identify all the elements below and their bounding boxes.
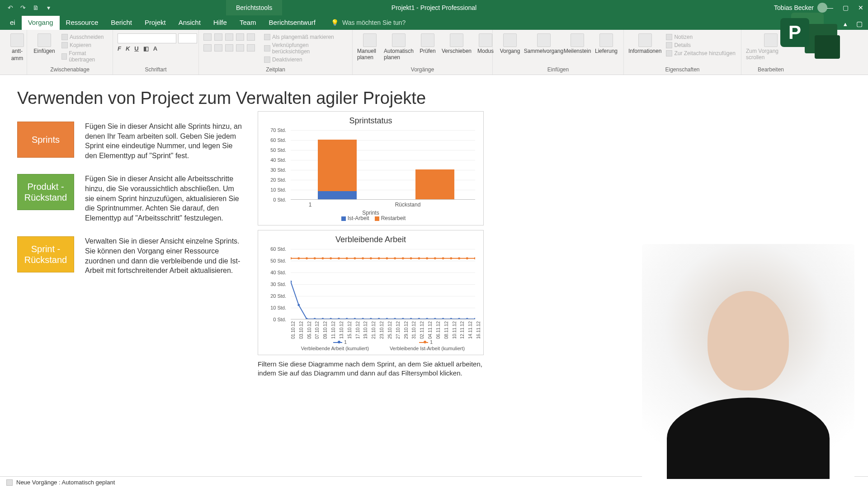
- qat-customize-icon[interactable]: ▾: [44, 4, 52, 12]
- maximize-icon[interactable]: ▢: [842, 4, 849, 11]
- gantt-label-1: antt-: [12, 48, 23, 54]
- indent-icon[interactable]: [214, 44, 222, 52]
- group-label: Zeitplan: [203, 66, 348, 74]
- redo-icon[interactable]: ↷: [19, 4, 27, 12]
- tile-sprint-rueckstand[interactable]: Sprint - Rückstand: [17, 236, 74, 272]
- lightbulb-icon: 💡: [331, 19, 339, 26]
- svg-point-6: [338, 318, 340, 319]
- report-canvas: Verwenden von Project zum Verwalten agil…: [0, 75, 868, 108]
- bold-button[interactable]: F: [118, 45, 121, 52]
- svg-point-4: [321, 318, 324, 319]
- ribbon-tabs: ei Vorgang Ressource Bericht Projekt Ans…: [0, 15, 868, 30]
- svg-point-39: [410, 257, 412, 259]
- svg-point-13: [394, 318, 396, 319]
- svg-point-15: [410, 318, 412, 319]
- add-timeline-button[interactable]: Zur Zeitachse hinzufügen: [665, 50, 736, 57]
- svg-point-5: [330, 318, 332, 319]
- chart-verbleibende-arbeit[interactable]: Verbleibende Arbeit 0 Std.10 Std.20 Std.…: [258, 230, 484, 355]
- information-button[interactable]: Informationen: [628, 33, 661, 54]
- text-produkt-rueckstand: Fügen Sie in dieser Ansicht alle Arbeits…: [85, 174, 243, 223]
- gantt-icon: [10, 33, 24, 47]
- manual-schedule-button[interactable]: Manuell planen: [357, 33, 382, 61]
- svg-point-20: [450, 318, 452, 319]
- new-doc-icon[interactable]: 🗎: [32, 4, 40, 12]
- fill-color-button[interactable]: ◧: [143, 45, 149, 52]
- report-left-column: Sprints Fügen Sie in dieser Ansicht alle…: [17, 122, 261, 289]
- details-button[interactable]: Details: [665, 42, 736, 49]
- block-sprints: Sprints Fügen Sie in dieser Ansicht alle…: [17, 122, 261, 160]
- pct-50-icon[interactable]: [225, 33, 233, 41]
- cut-button[interactable]: Ausschneiden: [61, 33, 108, 41]
- svg-point-14: [402, 318, 404, 319]
- unlink-icon[interactable]: [236, 44, 244, 52]
- tile-produkt-rueckstand[interactable]: Produkt - Rückstand: [17, 174, 74, 210]
- font-name-select[interactable]: [118, 33, 176, 43]
- text-sprints: Fügen Sie in dieser Ansicht alle Sprints…: [85, 122, 243, 160]
- svg-point-7: [346, 318, 348, 319]
- tab-berichtsentwurf[interactable]: Berichtsentwurf: [263, 16, 322, 30]
- format-painter-button[interactable]: Format übertragen: [61, 50, 108, 63]
- pct-100-icon[interactable]: [247, 33, 255, 41]
- svg-point-23: [474, 318, 475, 319]
- notes-button[interactable]: Notizen: [665, 33, 736, 41]
- auto-schedule-button[interactable]: Automatisch planen: [386, 33, 411, 61]
- svg-point-19: [442, 318, 444, 319]
- inspect-button[interactable]: Prüfen: [415, 33, 440, 54]
- ribbon: antt- amm Einfügen Ausschneiden Kopieren…: [0, 30, 868, 75]
- mark-on-track-button[interactable]: Als plangemäß markieren: [263, 33, 348, 41]
- svg-point-27: [314, 257, 316, 259]
- tab-ressource[interactable]: Ressource: [60, 16, 105, 30]
- pct-25-icon[interactable]: [214, 33, 222, 41]
- font-color-button[interactable]: A: [153, 45, 157, 52]
- tell-me[interactable]: 💡 Was möchten Sie tun?: [331, 19, 406, 30]
- deactivate-button[interactable]: Deaktivieren: [263, 56, 348, 63]
- copy-button[interactable]: Kopieren: [61, 42, 108, 49]
- summary-button[interactable]: Sammelvorgang: [526, 33, 561, 54]
- italic-button[interactable]: K: [126, 45, 130, 52]
- respect-links-button[interactable]: Verknüpfungen berücksichtigen: [263, 42, 348, 55]
- svg-point-12: [386, 318, 388, 319]
- project-logo-overlay: P: [778, 4, 841, 67]
- tab-file[interactable]: ei: [4, 16, 22, 30]
- link-icon[interactable]: [225, 44, 233, 52]
- ribbon-collapse-icon[interactable]: ▴: [844, 20, 851, 27]
- svg-point-3: [314, 318, 316, 319]
- deliverable-icon: [599, 33, 613, 47]
- svg-point-18: [434, 318, 436, 319]
- undo-icon[interactable]: ↶: [6, 4, 14, 12]
- svg-point-43: [442, 257, 444, 259]
- tab-vorgang[interactable]: Vorgang: [22, 16, 60, 30]
- deliverable-button[interactable]: Lieferung: [594, 33, 619, 54]
- tab-hilfe[interactable]: Hilfe: [207, 16, 233, 30]
- gantt-chart-button[interactable]: antt- amm: [5, 33, 30, 61]
- close-icon[interactable]: ✕: [857, 4, 864, 11]
- tab-bericht[interactable]: Bericht: [104, 16, 138, 30]
- paste-button[interactable]: Einfügen: [32, 33, 57, 54]
- paste-icon: [38, 33, 51, 47]
- group-label: Vorgänge: [357, 66, 488, 74]
- pct-75-icon[interactable]: [236, 33, 244, 41]
- pct-0-icon[interactable]: [203, 33, 212, 41]
- link-chain-icon: [264, 45, 270, 52]
- svg-point-29: [330, 257, 332, 259]
- tab-ansicht[interactable]: Ansicht: [172, 16, 207, 30]
- block-sprint-rueckstand: Sprint - Rückstand Verwalten Sie in dies…: [17, 236, 261, 275]
- ribbon-window-icon[interactable]: ▢: [856, 20, 863, 27]
- move-button[interactable]: Verschieben: [444, 33, 469, 54]
- milestone-button[interactable]: Meilenstein: [565, 33, 590, 54]
- tab-team[interactable]: Team: [233, 16, 263, 30]
- font-size-select[interactable]: [178, 33, 197, 43]
- task-icon: [503, 33, 517, 47]
- tile-sprints[interactable]: Sprints: [17, 122, 74, 158]
- status-mode-icon[interactable]: [6, 479, 13, 486]
- task-button[interactable]: Vorgang: [497, 33, 523, 54]
- chart-title: Sprintstatus: [264, 116, 478, 126]
- outdent-icon[interactable]: [203, 44, 212, 52]
- inspect-icon: [421, 33, 434, 47]
- chart-sprintstatus[interactable]: Sprintstatus 0 Std.10 Std.20 Std.30 Std.…: [258, 111, 484, 225]
- document-title: Projekt1 - Project Professional: [392, 4, 476, 11]
- contextual-tab-label[interactable]: Berichtstools: [226, 0, 282, 15]
- split-icon[interactable]: [247, 44, 255, 52]
- underline-button[interactable]: U: [134, 45, 138, 52]
- tab-projekt[interactable]: Projekt: [138, 16, 172, 30]
